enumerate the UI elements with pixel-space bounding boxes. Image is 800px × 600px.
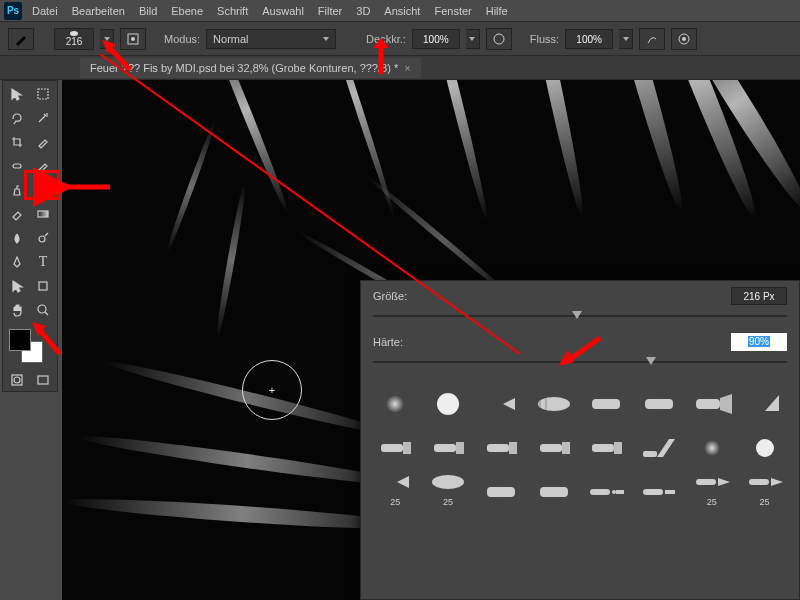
eraser-tool[interactable] xyxy=(5,203,29,225)
zoom-tool[interactable] xyxy=(31,299,55,321)
crop-tool[interactable] xyxy=(5,131,29,153)
svg-point-12 xyxy=(14,377,20,383)
svg-rect-6 xyxy=(13,164,21,168)
brush-preset-picker[interactable]: 216 xyxy=(54,28,94,50)
svg-line-45 xyxy=(100,54,520,354)
flow-dropdown[interactable] xyxy=(619,29,633,49)
pressure-size-icon[interactable] xyxy=(671,28,697,50)
marquee-tool[interactable] xyxy=(31,83,55,105)
shape-tool[interactable] xyxy=(31,275,55,297)
brush-size-label: 25 xyxy=(760,497,770,507)
svg-rect-32 xyxy=(487,487,515,497)
brush-thumb[interactable]: 25 xyxy=(373,469,418,507)
path-select-tool[interactable] xyxy=(5,275,29,297)
brush-thumb[interactable] xyxy=(479,381,524,419)
menu-item[interactable]: Fenster xyxy=(434,5,471,17)
opacity-input[interactable]: 100% xyxy=(412,29,460,49)
svg-rect-7 xyxy=(38,211,48,217)
svg-rect-39 xyxy=(696,479,716,485)
svg-rect-27 xyxy=(562,442,570,454)
hand-tool[interactable] xyxy=(5,299,29,321)
svg-rect-17 xyxy=(592,399,620,409)
menu-item[interactable]: Filter xyxy=(318,5,342,17)
eyedropper-tool[interactable] xyxy=(31,131,55,153)
svg-rect-28 xyxy=(592,444,614,452)
svg-line-42 xyxy=(38,328,60,354)
brush-thumb[interactable] xyxy=(584,381,629,419)
brush-thumb[interactable]: 25 xyxy=(690,469,735,507)
svg-point-4 xyxy=(682,37,686,41)
blur-tool[interactable] xyxy=(5,227,29,249)
menu-bar: Ps Datei Bearbeiten Bild Ebene Schrift A… xyxy=(0,0,800,22)
brush-thumb[interactable] xyxy=(531,425,576,463)
brush-thumb[interactable] xyxy=(584,469,629,507)
brush-thumb[interactable] xyxy=(637,425,682,463)
screenmode-toggle[interactable] xyxy=(31,369,55,391)
annotation-line xyxy=(100,54,530,366)
airbrush-icon[interactable] xyxy=(639,28,665,50)
annotation-arrow xyxy=(30,320,70,362)
brush-thumb[interactable] xyxy=(426,381,471,419)
pressure-opacity-icon[interactable] xyxy=(486,28,512,50)
quickmask-toggle[interactable] xyxy=(5,369,29,391)
size-value[interactable]: 216 Px xyxy=(731,287,787,305)
menu-item[interactable]: Schrift xyxy=(217,5,248,17)
opacity-dropdown[interactable] xyxy=(466,29,480,49)
brush-thumb[interactable] xyxy=(479,425,524,463)
menu-item[interactable]: Ebene xyxy=(171,5,203,17)
brush-thumb[interactable] xyxy=(637,469,682,507)
brush-thumb[interactable] xyxy=(584,425,629,463)
dodge-tool[interactable] xyxy=(31,227,55,249)
brush-thumb[interactable] xyxy=(690,381,735,419)
brush-thumb[interactable] xyxy=(479,469,524,507)
move-tool[interactable] xyxy=(5,83,29,105)
brush-thumb[interactable]: 25 xyxy=(426,469,471,507)
svg-point-10 xyxy=(38,305,46,313)
brush-thumb[interactable] xyxy=(531,469,576,507)
svg-rect-24 xyxy=(487,444,509,452)
magic-wand-tool[interactable] xyxy=(31,107,55,129)
brush-thumb[interactable] xyxy=(742,425,787,463)
brush-thumb[interactable]: 25 xyxy=(742,469,787,507)
menu-item[interactable]: 3D xyxy=(356,5,370,17)
brush-thumb[interactable] xyxy=(742,381,787,419)
svg-rect-5 xyxy=(38,89,48,99)
brush-size-label: 25 xyxy=(707,497,717,507)
svg-point-14 xyxy=(538,397,570,411)
app-logo: Ps xyxy=(4,2,22,20)
brush-thumb[interactable] xyxy=(373,381,418,419)
hardness-value[interactable]: 90% xyxy=(731,333,787,351)
type-tool[interactable]: T xyxy=(31,251,55,273)
pen-tool[interactable] xyxy=(5,251,29,273)
svg-rect-29 xyxy=(614,442,622,454)
menu-item[interactable]: Hilfe xyxy=(486,5,508,17)
svg-rect-33 xyxy=(540,487,568,497)
svg-rect-23 xyxy=(456,442,464,454)
brush-thumb[interactable] xyxy=(637,381,682,419)
svg-rect-25 xyxy=(509,442,517,454)
menu-item[interactable]: Bild xyxy=(139,5,157,17)
brush-thumb[interactable] xyxy=(531,381,576,419)
brush-thumb[interactable] xyxy=(690,425,735,463)
foreground-color[interactable] xyxy=(9,329,31,351)
tool-preset-icon[interactable] xyxy=(8,28,34,50)
flow-label: Fluss: xyxy=(530,33,559,45)
brush-size-label: 25 xyxy=(390,497,400,507)
flow-input[interactable]: 100% xyxy=(565,29,613,49)
gradient-tool[interactable] xyxy=(31,203,55,225)
brush-size-number: 216 xyxy=(66,37,83,47)
brush-size-label: 25 xyxy=(443,497,453,507)
annotation-arrow xyxy=(62,178,112,198)
menu-item[interactable]: Bearbeiten xyxy=(72,5,125,17)
svg-point-31 xyxy=(432,475,464,489)
blend-mode-value: Normal xyxy=(213,33,248,45)
annotation-arrow xyxy=(368,38,394,80)
svg-rect-19 xyxy=(696,399,720,409)
blend-mode-select[interactable]: Normal xyxy=(206,29,336,49)
brush-thumb[interactable] xyxy=(373,425,418,463)
brush-thumb[interactable] xyxy=(426,425,471,463)
menu-item[interactable]: Auswahl xyxy=(262,5,304,17)
menu-item[interactable]: Datei xyxy=(32,5,58,17)
lasso-tool[interactable] xyxy=(5,107,29,129)
menu-item[interactable]: Ansicht xyxy=(384,5,420,17)
